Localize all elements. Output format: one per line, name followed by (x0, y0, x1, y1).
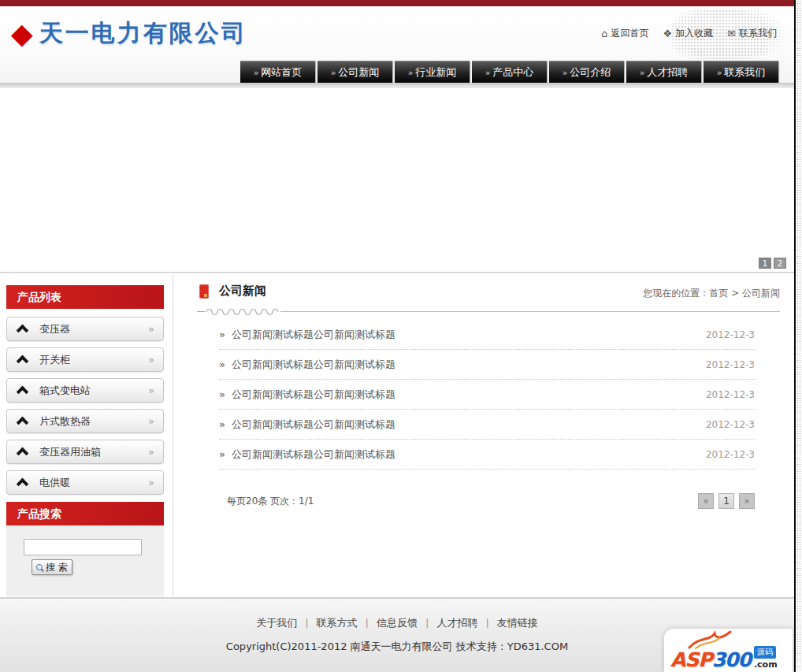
banner-page-1-button[interactable]: 1 (759, 258, 771, 269)
asp300-watermark: ASP300 源码 .com (664, 629, 793, 672)
sidebar-item-oil-tank[interactable]: 变压器用油箱 » (6, 440, 164, 464)
footer-link-feedback[interactable]: 信息反馈 (377, 617, 418, 629)
double-arrow-icon: » (148, 323, 154, 335)
news-date: 2012-12-3 (706, 329, 755, 340)
nav-tab-label: 产品中心 (492, 65, 533, 80)
sidebar-item-label: 开关柜 (39, 353, 148, 367)
footer-link-about[interactable]: 关于我们 (256, 617, 297, 629)
mail-icon: ✉ (727, 28, 736, 39)
product-list: 变压器 » 开关柜 » 箱式变电站 » 片式散热器 » 变压器用油箱 » 电供暖… (6, 317, 164, 501)
return-home-label: 返回首页 (611, 27, 648, 40)
news-title[interactable]: 公司新闻测试标题公司新闻测试标题 (232, 328, 706, 342)
top-red-bar (0, 0, 794, 6)
double-arrow-icon: » (148, 415, 154, 427)
nav-arrow-icon: » (331, 68, 335, 78)
nav-arrow-icon: » (408, 68, 412, 78)
chevron-up-icon (17, 386, 29, 399)
sidebar-item-box-substation[interactable]: 箱式变电站 » (6, 378, 164, 403)
double-arrow-icon: » (148, 477, 154, 488)
dot-com-text: .com (754, 659, 778, 670)
nav-arrow-icon: » (563, 68, 566, 78)
contact-us-link[interactable]: ✉ 联系我们 (727, 27, 777, 40)
banner-area (0, 88, 794, 272)
squiggle-ornament-icon (205, 306, 280, 317)
asp-text: ASP (670, 650, 712, 670)
footer-link-contact[interactable]: 联系方式 (317, 617, 358, 629)
news-row[interactable]: » 公司新闻测试标题公司新闻测试标题 2012-12-3 (219, 350, 755, 380)
product-search-header: 产品搜索 (6, 502, 164, 525)
news-list: » 公司新闻测试标题公司新闻测试标题 2012-12-3 » 公司新闻测试标题公… (219, 320, 755, 470)
window-edge-line (794, 0, 796, 672)
pager-prev-button[interactable]: « (698, 493, 714, 509)
sidebar-divider (173, 274, 173, 596)
sidebar-item-switchgear[interactable]: 开关柜 » (6, 347, 164, 372)
sidebar-item-transformer[interactable]: 变压器 » (6, 317, 164, 341)
nav-tab-products[interactable]: » 产品中心 (472, 61, 547, 84)
page-info: 每页20条 页次：1/1 (227, 495, 314, 508)
double-arrow-icon: » (219, 388, 225, 400)
chevron-up-icon (17, 325, 29, 337)
nav-tab-jobs[interactable]: » 人才招聘 (626, 61, 701, 84)
chevron-up-icon (17, 447, 29, 460)
content-top-divider (0, 272, 794, 273)
pager-next-button[interactable]: » (739, 493, 755, 509)
footer-separator: | (366, 617, 369, 629)
double-arrow-icon: » (148, 384, 154, 396)
yuanma-badge: 源码 (754, 646, 776, 659)
window-edge-pattern (796, 0, 802, 672)
footer-link-friendlinks[interactable]: 友情链接 (497, 617, 538, 629)
ornament-divider (197, 306, 780, 317)
news-title[interactable]: 公司新闻测试标题公司新闻测试标题 (232, 358, 706, 372)
asp300-logo-text: ASP300 源码 .com (670, 646, 778, 670)
list-footer: 每页20条 页次：1/1 « 1 » (227, 492, 755, 510)
news-row[interactable]: » 公司新闻测试标题公司新闻测试标题 2012-12-3 (219, 380, 755, 410)
return-home-link[interactable]: ⌂ 返回首页 (601, 27, 648, 40)
double-arrow-icon: » (219, 329, 225, 340)
news-title[interactable]: 公司新闻测试标题公司新闻测试标题 (232, 447, 706, 462)
search-panel (6, 525, 164, 596)
nav-tab-contact[interactable]: » 联系我们 (704, 61, 778, 84)
chevron-up-icon (17, 355, 29, 368)
news-title[interactable]: 公司新闻测试标题公司新闻测试标题 (232, 418, 706, 432)
company-logo: ◆ 天一电力有限公司 (11, 17, 247, 50)
ornament-line (280, 311, 780, 312)
sidebar-item-label: 电供暖 (39, 476, 148, 490)
sidebar-item-radiator[interactable]: 片式散热器 » (6, 409, 164, 433)
news-row[interactable]: » 公司新闻测试标题公司新闻测试标题 2012-12-3 (219, 320, 755, 350)
main-nav: » 网站首页 » 公司新闻 » 行业新闻 » 产品中心 » 公司介绍 » 人才招… (240, 61, 781, 84)
nav-tab-home[interactable]: » 网站首页 (240, 61, 315, 84)
pager-page-1-button[interactable]: 1 (718, 493, 734, 509)
nav-arrow-icon: » (485, 68, 489, 78)
nav-arrow-icon: » (640, 68, 644, 78)
document-icon (199, 284, 209, 299)
news-title[interactable]: 公司新闻测试标题公司新闻测试标题 (232, 388, 706, 402)
news-date: 2012-12-3 (706, 419, 755, 430)
banner-pager: 1 2 (759, 258, 786, 269)
news-date: 2012-12-3 (706, 449, 755, 460)
nav-tab-industry-news[interactable]: » 行业新闻 (395, 61, 470, 84)
news-row[interactable]: » 公司新闻测试标题公司新闻测试标题 2012-12-3 (219, 410, 755, 440)
add-favorite-link[interactable]: ❖ 加入收藏 (663, 27, 713, 40)
sidebar-item-label: 变压器用油箱 (39, 445, 148, 459)
footer-link-jobs[interactable]: 人才招聘 (436, 617, 477, 629)
search-button-label: 搜 索 (46, 561, 68, 574)
nav-arrow-icon: » (254, 68, 258, 78)
search-button[interactable]: 搜 索 (32, 559, 72, 575)
sidebar-item-electric-heating[interactable]: 电供暖 » (6, 470, 164, 495)
contact-us-label: 联系我们 (739, 27, 777, 40)
sidebar-item-label: 片式散热器 (39, 414, 148, 429)
sidebar-item-label: 变压器 (39, 322, 148, 336)
banner-page-2-button[interactable]: 2 (774, 258, 786, 269)
search-input[interactable] (24, 539, 142, 555)
nav-tab-about[interactable]: » 公司介绍 (549, 61, 624, 84)
double-arrow-icon: » (219, 358, 225, 370)
home-icon: ⌂ (601, 28, 607, 39)
chevron-up-icon (17, 417, 29, 429)
news-row[interactable]: » 公司新闻测试标题公司新闻测试标题 2012-12-3 (219, 440, 755, 470)
double-arrow-icon: » (219, 418, 225, 430)
company-name: 天一电力有限公司 (39, 17, 247, 50)
nav-tab-company-news[interactable]: » 公司新闻 (317, 61, 392, 84)
add-favorite-label: 加入收藏 (675, 27, 713, 40)
search-icon (36, 564, 43, 570)
nav-tab-label: 公司新闻 (338, 65, 379, 80)
